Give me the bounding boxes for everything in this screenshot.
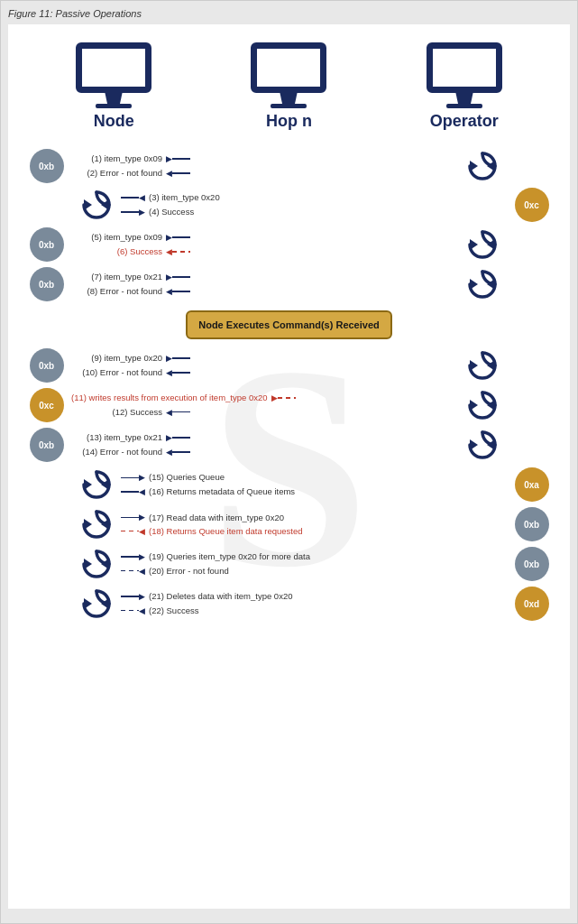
- interaction-7: 0xc (11) writes results from execution o…: [17, 388, 561, 422]
- cycle-icon-1: [466, 150, 499, 182]
- cycle-icon-10: [80, 508, 113, 541]
- msg-20-label: (20) Error - not found: [145, 566, 240, 577]
- interaction-3: 0xb (5) item_type 0x09 ▶ (6) Success ◀: [17, 227, 561, 262]
- msg-10-label: (10) Error - not found: [71, 367, 166, 378]
- cycle-icon-12: [80, 587, 113, 620]
- badge-0xb-8: 0xb: [30, 428, 64, 462]
- diagram: S Node: [8, 24, 570, 909]
- svg-rect-9: [271, 104, 307, 108]
- interaction-10: ▶ (17) Read data with item_type 0x20 ◀ (…: [17, 507, 561, 541]
- exec-box-container: Node Executes Command(s) Received: [17, 310, 561, 339]
- svg-marker-21: [470, 279, 478, 290]
- badge-0xa-9: 0xa: [515, 467, 549, 502]
- svg-marker-29: [84, 479, 92, 490]
- svg-marker-23: [470, 360, 478, 371]
- monitor-operator-icon: [424, 42, 505, 110]
- svg-marker-13: [455, 91, 473, 104]
- badge-0xb-10: 0xb: [515, 507, 549, 541]
- msg-18-label: (18) Returns Queue item data requested: [145, 526, 303, 536]
- interactions-content: 0xb (1) item_type 0x09 ▶ (2) Error - not…: [8, 149, 570, 621]
- badge-0xd-12: 0xd: [515, 587, 549, 621]
- figure-title: Figure 11: Passive Operations: [8, 8, 570, 19]
- exec-box: Node Executes Command(s) Received: [186, 310, 392, 339]
- interaction-12: ▶ (21) Deletes data with item_type 0x20 …: [17, 587, 561, 621]
- cycle-icon-8: [466, 429, 499, 461]
- column-node: Node: [50, 42, 177, 131]
- column-hop-label: Hop n: [266, 112, 312, 131]
- svg-marker-19: [470, 239, 478, 250]
- msg-8-label: (8) Error - not found: [71, 286, 166, 297]
- svg-marker-8: [280, 91, 298, 104]
- msg-11-label: (11) writes results from execution of it…: [71, 393, 271, 402]
- svg-marker-33: [84, 559, 92, 569]
- msg-9-label: (9) item_type 0x20: [71, 353, 166, 364]
- badge-0xb-11: 0xb: [515, 547, 549, 581]
- cycle-icon-7: [466, 389, 499, 421]
- svg-marker-31: [84, 519, 92, 530]
- cycle-icon-2: [80, 189, 113, 221]
- interaction-2: ◀ (3) item_type 0x20 ▶ (4) Success 0xc: [17, 188, 561, 222]
- column-operator: Operator: [401, 42, 528, 131]
- msg-4-label: (4) Success: [145, 207, 240, 217]
- msg-7-label: (7) item_type 0x21: [71, 272, 166, 282]
- cycle-icon-11: [80, 548, 113, 580]
- badge-0xb-3: 0xb: [30, 227, 64, 262]
- svg-marker-35: [84, 598, 92, 609]
- msg-1-label: (1) item_type 0x09: [71, 153, 166, 164]
- interaction-6: 0xb (9) item_type 0x20 ▶ (10) Error - no…: [17, 348, 561, 383]
- interaction-9: ▶ (15) Queries Queue ◀ (16) Returns meta…: [17, 467, 561, 502]
- msg-16-label: (16) Returns metadata of Queue items: [145, 486, 295, 496]
- badge-0xb-1: 0xb: [30, 149, 64, 183]
- svg-rect-14: [446, 104, 482, 108]
- cycle-icon-6: [466, 349, 499, 382]
- svg-rect-12: [433, 49, 496, 87]
- msg-12-label: (12) Success: [71, 407, 166, 418]
- svg-marker-27: [470, 439, 478, 450]
- msg-5-label: (5) item_type 0x09: [71, 232, 166, 243]
- svg-rect-4: [96, 104, 132, 108]
- badge-0xb-6: 0xb: [30, 348, 64, 383]
- badge-0xb-4: 0xb: [30, 267, 64, 301]
- badge-0xc-7: 0xc: [30, 388, 64, 422]
- interaction-1: 0xb (1) item_type 0x09 ▶ (2) Error - not…: [17, 149, 561, 183]
- svg-marker-17: [84, 199, 92, 210]
- column-node-label: Node: [94, 112, 134, 131]
- monitor-hop-icon: [248, 42, 329, 110]
- msg-17-label: (17) Read data with item_type 0x20: [145, 513, 284, 522]
- column-headers: Node Hop n: [8, 33, 570, 140]
- msg-2-label: (2) Error - not found: [71, 168, 166, 179]
- cycle-icon-3: [466, 228, 499, 261]
- msg-13-label: (13) item_type 0x21: [71, 432, 166, 443]
- cycle-icon-4: [466, 268, 499, 300]
- svg-marker-15: [470, 161, 478, 171]
- monitor-node-icon: [73, 42, 154, 110]
- msg-6-label: (6) Success: [71, 246, 166, 257]
- column-hop: Hop n: [225, 42, 352, 131]
- cycle-icon-9: [80, 468, 113, 501]
- page: Figure 11: Passive Operations S Node: [0, 0, 578, 924]
- svg-marker-3: [105, 91, 123, 104]
- column-operator-label: Operator: [430, 112, 499, 131]
- msg-19-label: (19) Queries item_type 0x20 for more dat…: [145, 551, 310, 561]
- msg-15-label: (15) Queries Queue: [145, 472, 240, 483]
- interaction-11: ▶ (19) Queries item_type 0x20 for more d…: [17, 547, 561, 581]
- msg-21-label: (21) Deletes data with item_type 0x20: [145, 591, 292, 601]
- msg-22-label: (22) Success: [145, 605, 240, 616]
- interaction-4: 0xb (7) item_type 0x21 ▶ (8) Error - not…: [17, 267, 561, 301]
- svg-rect-2: [82, 49, 145, 87]
- msg-14-label: (14) Error - not found: [71, 447, 166, 457]
- msg-3-label: (3) item_type 0x20: [145, 192, 240, 203]
- interaction-8: 0xb (13) item_type 0x21 ▶ (14) Error - n…: [17, 428, 561, 462]
- svg-marker-25: [470, 400, 478, 411]
- badge-0xc-1: 0xc: [515, 188, 549, 222]
- svg-rect-7: [257, 49, 320, 87]
